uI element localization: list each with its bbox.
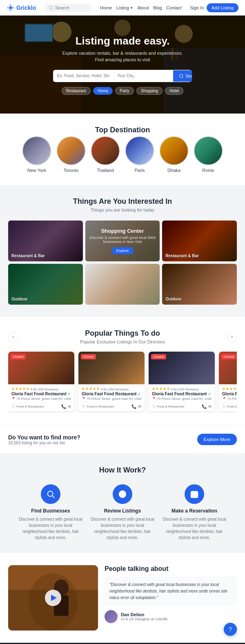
hero-search-where-input[interactable] [113, 70, 173, 81]
closed-badge: Closed [221, 354, 236, 359]
nav-home[interactable]: Home [100, 5, 112, 10]
review-icon [118, 490, 127, 499]
nav-contact[interactable]: Contact [166, 5, 182, 10]
nav-listing[interactable]: Listing ▼ [116, 5, 133, 10]
how-review-desc: Discover & connect with great local busi… [90, 516, 155, 541]
listing-body: ★★★★★ 4.90 (250 Reviews) Gloria Fast Foo… [149, 384, 215, 411]
hero-search-button[interactable]: Search [173, 70, 192, 82]
explore-more-button[interactable]: Explore More [197, 434, 237, 445]
listing-address: 📍 75 Prince Street, green road NY, USA [11, 397, 71, 401]
listing-body: ★★★★★ 4.90 (250 Reviews) Gloria Fast Foo… [8, 384, 74, 411]
hero-tag-home[interactable]: Home [93, 87, 113, 95]
destination-paris[interactable]: Paris [125, 136, 154, 173]
hero-search-bar: Search [53, 70, 192, 82]
listing-message-button[interactable]: ✉ [138, 404, 141, 409]
closed-badge: Closed [81, 354, 96, 359]
hero-section: Listing made easy. Explore vacation rent… [0, 16, 245, 114]
interested-center-row2[interactable] [85, 264, 160, 305]
navbar-actions: Sign In Add Listing [190, 3, 238, 12]
listing-message-button[interactable]: ✉ [68, 404, 71, 409]
destination-new-york[interactable]: New York [22, 136, 51, 173]
author-avatar [105, 610, 118, 623]
listing-card-1[interactable]: Closed ★★★★★ 4.90 (250 Reviews) Gloria F… [8, 352, 74, 411]
listing-phone-button[interactable]: 📞 [61, 404, 66, 409]
search-input[interactable] [55, 5, 88, 10]
closed-badge: Closed [151, 354, 166, 359]
svg-point-6 [49, 6, 52, 9]
popular-prev-button[interactable]: ‹ [8, 332, 18, 342]
interested-shopping-center[interactable]: Shopping Center Discover & connect with … [85, 221, 160, 261]
interested-outdoor-1[interactable]: Outdoor [8, 264, 83, 305]
interested-restaurant-bar-2[interactable]: Restaurant & Bar [162, 221, 237, 261]
how-card-find: Find Businesses Discover & connect with … [18, 484, 83, 541]
listing-card-2[interactable]: Closed ★★★★★ 4.90 (250 Reviews) Gloria F… [78, 352, 145, 411]
hero-tag-party[interactable]: Party [115, 87, 134, 95]
hero-tag-restaurant[interactable]: Restaurant [62, 87, 91, 95]
how-cards: Find Businesses Discover & connect with … [8, 484, 237, 541]
find-more-text: Do You want to find more? 10,563 listing… [8, 434, 80, 445]
find-more-subtitle: 10,563 listing for you on our list. [8, 441, 80, 445]
explore-button[interactable]: Explore [111, 247, 134, 254]
svg-line-19 [182, 77, 183, 78]
testimonial-video [8, 565, 98, 631]
signin-button[interactable]: Sign In [190, 5, 204, 10]
listing-message-button[interactable]: ✉ [208, 404, 212, 409]
search-icon [46, 490, 55, 499]
how-it-works-section: How It Work? Find Businesses Discover & … [0, 454, 245, 553]
destination-dhaka[interactable]: Dhaka [159, 136, 189, 173]
listing-category: 🍴 Food & Restaurant [11, 405, 44, 408]
popular-section: ‹ Popular Things To do Popular Exclusive… [0, 317, 245, 425]
find-more-section: Do You want to find more? 10,563 listing… [0, 425, 245, 454]
destination-toronto[interactable]: Toronto [56, 136, 86, 173]
hero-search-what-input[interactable] [53, 70, 113, 81]
testimonial-title: People talking about [105, 565, 237, 573]
interested-restaurant-bar-1[interactable]: Restaurant & Bar [8, 221, 83, 261]
testimonial-quote: "Discover & connect with great local bus… [105, 577, 237, 606]
svg-point-18 [180, 74, 183, 77]
hero-tag-hotel[interactable]: Hotel [165, 87, 183, 95]
listing-phone-button[interactable]: 📞 [131, 404, 136, 409]
navbar-logo[interactable]: Gricklo [7, 4, 36, 12]
chat-button[interactable]: ? [224, 623, 237, 636]
hero-tags: Restaurant Home Party Shopping Hotel [53, 87, 192, 95]
listing-body: ★★★★★ 4.90 (250 Reviews) Gloria Fast Foo… [219, 384, 237, 411]
how-review-title: Review Listings [104, 508, 141, 514]
author-info: Dan Delion UI & UX Designer at Colorlib [121, 612, 167, 621]
svg-line-21 [53, 496, 55, 498]
how-card-review: Review Listings Discover & connect with … [90, 484, 155, 541]
interested-section: Things Are You Interested In Things you … [0, 185, 245, 317]
listing-card-4[interactable]: Closed ★★★★★ 4.90 (250 Reviews) Gloria F… [219, 352, 237, 411]
author-role: UI & UX Designer at Colorlib [121, 617, 167, 621]
listing-footer: 🍴 Food & Restaurant 📞 ✉ [11, 402, 71, 409]
interested-subtitle: Things you are looking for today [8, 207, 237, 212]
nav-blog[interactable]: Blog [153, 5, 162, 10]
listing-card-3[interactable]: Closed ★★★★★ 4.90 (250 Reviews) Gloria F… [149, 352, 215, 411]
hero-tag-shopping[interactable]: Shopping [136, 87, 163, 95]
testimonial-inner: People talking about "Discover & connect… [8, 565, 237, 631]
listing-actions: 📞 ✉ [61, 404, 71, 409]
nav-about[interactable]: About [137, 5, 149, 10]
review-listings-icon-wrapper [113, 484, 132, 504]
listing-stars: ★★★★★ [11, 387, 29, 391]
add-listing-button[interactable]: Add Listing [207, 3, 238, 12]
popular-cards: Closed ★★★★★ 4.90 (250 Reviews) Gloria F… [8, 352, 237, 413]
play-button[interactable] [8, 565, 98, 631]
testimonial-content: People talking about "Discover & connect… [105, 565, 237, 623]
navbar-search-bar[interactable] [45, 4, 92, 12]
how-find-desc: Discover & connect with great local busi… [18, 516, 83, 541]
popular-next-button[interactable]: › [227, 332, 237, 342]
destinations-grid: New York Toronto Thailand Paris Dhaka Ro… [8, 136, 237, 173]
svg-point-12 [114, 20, 131, 36]
destination-thailand[interactable]: Thailand [91, 136, 120, 173]
how-card-reservation: Make a Reservation Discover & connect wi… [162, 484, 227, 541]
play-circle[interactable] [45, 590, 61, 606]
listing-phone-button[interactable]: 📞 [202, 404, 207, 409]
interested-outdoor-2[interactable]: Outdoor [162, 264, 237, 305]
reservation-icon-wrapper [185, 484, 204, 504]
search-icon [179, 74, 184, 78]
destination-rome[interactable]: Rome [194, 136, 223, 173]
navbar: Gricklo Home Listing ▼ About Blog Contac… [0, 0, 245, 16]
hero-content: Listing made easy. Explore vacation rent… [45, 35, 200, 95]
search-icon [49, 5, 53, 10]
featured-overlay: Shopping Center Discover & connect with … [85, 221, 160, 261]
